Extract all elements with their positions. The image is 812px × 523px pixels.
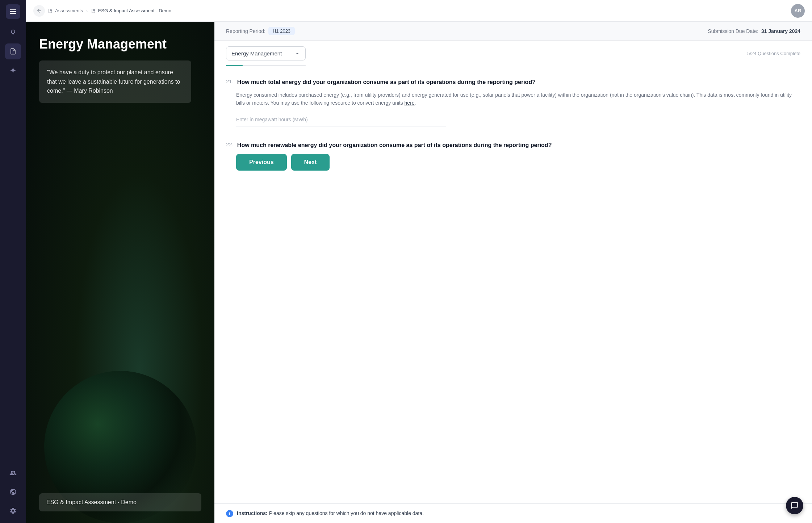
section-dropdown-label: Energy Management: [231, 50, 282, 57]
previous-button[interactable]: Previous: [236, 154, 287, 171]
main-wrapper: Assessments › ESG & Impact Assessment - …: [26, 0, 812, 523]
question-21-desc: Energy consumed includes purchased energ…: [236, 91, 800, 107]
reporting-period-label: Reporting Period:: [226, 28, 265, 34]
progress-bar-wrap: [226, 65, 306, 66]
questions-complete: 5/24 Questions Complete: [747, 51, 800, 62]
question-21-text: How much total energy did your organizat…: [237, 78, 536, 87]
breadcrumb: Assessments › ESG & Impact Assessment - …: [48, 8, 171, 14]
assessment-tag: ESG & Impact Assessment - Demo: [39, 493, 201, 511]
breadcrumb-assessments-label: Assessments: [55, 8, 83, 13]
back-button[interactable]: [33, 5, 45, 17]
question-21: 21. How much total energy did your organ…: [226, 78, 800, 126]
submission-due-value: 31 January 2024: [761, 28, 800, 34]
sidebar: [0, 0, 26, 523]
sidebar-logo[interactable]: [6, 4, 20, 19]
sidebar-item-users[interactable]: [5, 465, 21, 481]
user-avatar[interactable]: AB: [791, 4, 805, 18]
next-button[interactable]: Next: [291, 154, 330, 171]
question-21-num: 21.: [226, 78, 234, 84]
left-panel: Energy Management "We have a duty to pro…: [26, 22, 214, 523]
nav-buttons: Previous Next: [236, 154, 800, 171]
sidebar-item-sparkle[interactable]: [5, 62, 21, 78]
section-dropdown[interactable]: Energy Management: [226, 46, 306, 60]
here-link[interactable]: here: [405, 100, 415, 106]
hero-title: Energy Management: [39, 36, 201, 52]
chat-support-button[interactable]: [786, 497, 803, 514]
info-icon: i: [226, 510, 233, 517]
sidebar-item-settings[interactable]: [5, 503, 21, 519]
meta-bar: Reporting Period: H1 2023 Submission Due…: [214, 22, 812, 41]
sidebar-item-rocket[interactable]: [5, 25, 21, 41]
question-22: 22. How much renewable energy did your o…: [226, 141, 800, 171]
questions-area: 21. How much total energy did your organ…: [214, 66, 812, 503]
topnav: Assessments › ESG & Impact Assessment - …: [26, 0, 812, 22]
question-22-num: 22.: [226, 141, 234, 147]
content-area: Energy Management "We have a duty to pro…: [26, 22, 812, 523]
question-21-header: 21. How much total energy did your organ…: [226, 78, 800, 87]
question-21-input[interactable]: [236, 113, 446, 126]
section-bar: Energy Management 5/24 Questions Complet…: [214, 41, 812, 66]
breadcrumb-current-label: ESG & Impact Assessment - Demo: [98, 8, 171, 13]
question-22-text: How much renewable energy did your organ…: [237, 141, 552, 150]
submission-due-label: Submission Due Date:: [708, 28, 758, 34]
progress-bar-fill: [226, 65, 243, 66]
reporting-period: Reporting Period: H1 2023: [226, 27, 295, 35]
left-panel-content: Energy Management "We have a duty to pro…: [26, 22, 214, 523]
instructions-bar: i Instructions: Please skip any question…: [214, 503, 812, 523]
reporting-period-value: H1 2023: [268, 27, 295, 35]
breadcrumb-current-item[interactable]: ESG & Impact Assessment - Demo: [91, 8, 171, 13]
question-22-header: 22. How much renewable energy did your o…: [226, 141, 800, 150]
breadcrumb-separator: ›: [86, 8, 88, 14]
instructions-body: Please skip any questions for which you …: [269, 510, 424, 516]
hero-quote: "We have a duty to protect our planet an…: [39, 60, 191, 103]
sidebar-item-globe[interactable]: [5, 484, 21, 500]
left-panel-footer: ESG & Impact Assessment - Demo: [39, 493, 201, 511]
breadcrumb-assessments[interactable]: Assessments: [48, 8, 83, 13]
right-panel: Reporting Period: H1 2023 Submission Due…: [214, 22, 812, 523]
sidebar-item-document[interactable]: [5, 43, 21, 59]
instructions-label: Instructions:: [237, 510, 268, 516]
instructions-text: Instructions: Please skip any questions …: [237, 510, 424, 517]
